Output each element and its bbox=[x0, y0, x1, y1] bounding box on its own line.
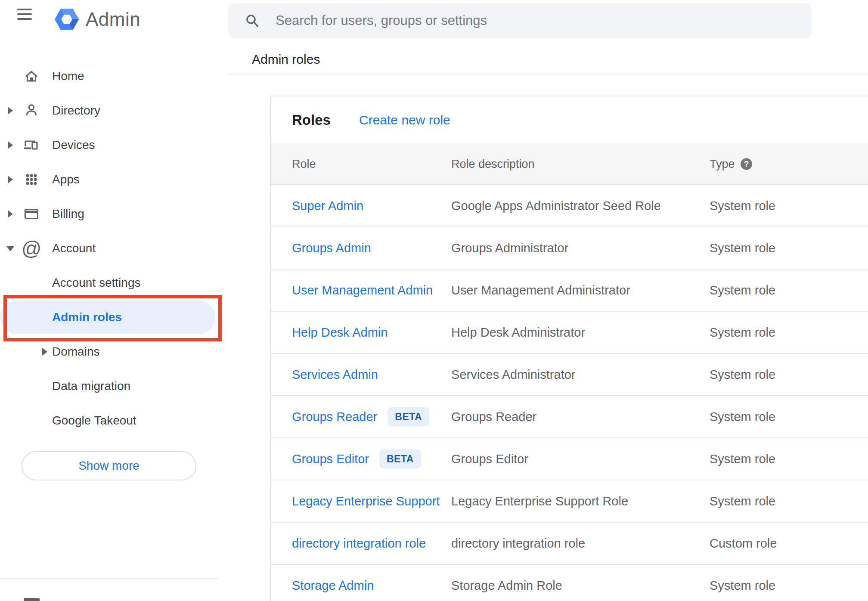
role-type: System role bbox=[710, 494, 775, 508]
role-description: Groups Reader bbox=[451, 410, 536, 424]
sidebar-item-label: Account bbox=[52, 242, 96, 255]
roles-panel-header: Roles Create new role bbox=[271, 96, 868, 143]
role-link[interactable]: Groups Admin bbox=[292, 241, 371, 255]
role-type: System role bbox=[710, 199, 775, 213]
home-icon bbox=[22, 67, 40, 85]
show-more-button[interactable]: Show more bbox=[22, 451, 196, 480]
content-divider bbox=[228, 74, 868, 74]
role-link[interactable]: Help Desk Admin bbox=[292, 325, 388, 340]
hamburger-menu-icon[interactable] bbox=[17, 9, 32, 21]
beta-badge: BETA bbox=[379, 449, 421, 469]
sidebar-item-apps[interactable]: Apps bbox=[0, 162, 220, 197]
table-row: Legacy Enterprise Support Legacy Enterpr… bbox=[271, 480, 868, 523]
role-link[interactable]: Legacy Enterprise Support bbox=[292, 494, 440, 508]
role-type: Custom role bbox=[710, 536, 777, 551]
role-type: System role bbox=[710, 241, 775, 255]
role-description: Legacy Enterprise Support Role bbox=[451, 494, 628, 508]
sidebar-item-domains[interactable]: Domains bbox=[0, 335, 220, 369]
sidebar-item-label: Account settings bbox=[52, 276, 140, 290]
sidebar-item-account-settings[interactable]: Account settings bbox=[0, 266, 220, 300]
create-new-role-link[interactable]: Create new role bbox=[359, 113, 450, 127]
sidebar-item-google-takeout[interactable]: Google Takeout bbox=[0, 403, 220, 438]
table-row: Storage Admin Storage Admin Role System … bbox=[271, 565, 868, 601]
expand-chevron-icon[interactable] bbox=[42, 348, 47, 356]
role-link[interactable]: directory integration role bbox=[292, 536, 426, 551]
sidebar-item-label: Apps bbox=[52, 173, 80, 186]
sidebar-item-label: Data migration bbox=[52, 379, 130, 393]
table-row: User Management Admin User Management Ad… bbox=[271, 270, 868, 312]
role-type: System role bbox=[710, 368, 775, 382]
table-row: Groups Admin Groups Administrator System… bbox=[271, 227, 868, 270]
logo-text: Admin bbox=[86, 9, 140, 30]
expand-chevron-icon[interactable] bbox=[8, 210, 13, 218]
collapse-chevron-icon[interactable] bbox=[6, 246, 14, 251]
person-icon bbox=[22, 102, 40, 120]
role-type: System role bbox=[710, 410, 775, 424]
role-description: Storage Admin Role bbox=[451, 579, 562, 593]
admin-console-page: Admin Home Directory bbox=[0, 0, 868, 601]
role-description: User Management Administrator bbox=[451, 283, 630, 297]
devices-icon bbox=[22, 136, 40, 154]
search-input[interactable] bbox=[276, 13, 799, 28]
sidebar-item-devices[interactable]: Devices bbox=[0, 128, 220, 162]
at-sign-icon: @ bbox=[22, 239, 40, 257]
table-row: Services Admin Services Administrator Sy… bbox=[271, 354, 868, 396]
table-row: Super Admin Google Apps Administrator Se… bbox=[271, 185, 868, 227]
table-row: directory integration role directory int… bbox=[271, 523, 868, 565]
sidebar-item-billing[interactable]: Billing bbox=[0, 197, 220, 231]
sidebar-item-label: Google Takeout bbox=[52, 414, 136, 428]
role-link[interactable]: Groups Editor bbox=[292, 452, 369, 466]
apps-grid-icon bbox=[22, 170, 40, 189]
role-link[interactable]: Super Admin bbox=[292, 199, 363, 213]
table-row: Groups Editor BETA Groups Editor System … bbox=[271, 438, 868, 480]
sidebar-item-account[interactable]: @ Account bbox=[0, 231, 220, 266]
credit-card-icon bbox=[22, 205, 40, 223]
role-description: Google Apps Administrator Seed Role bbox=[451, 199, 661, 213]
role-type: System role bbox=[710, 579, 775, 593]
role-type: System role bbox=[710, 283, 775, 297]
sidebar-item-label: Devices bbox=[52, 138, 95, 152]
column-header-type: Type bbox=[710, 157, 735, 170]
sidebar-item-label: Admin roles bbox=[52, 310, 122, 324]
table-header-row: Role Role description Type ? bbox=[271, 143, 868, 185]
role-link[interactable]: Groups Reader bbox=[292, 410, 377, 424]
sidebar-bottom-divider bbox=[0, 578, 218, 579]
column-header-role: Role bbox=[292, 157, 316, 170]
sidebar-item-directory[interactable]: Directory bbox=[0, 93, 220, 128]
expand-chevron-icon[interactable] bbox=[8, 107, 13, 115]
role-link[interactable]: Services Admin bbox=[292, 368, 378, 382]
breadcrumb: Admin roles bbox=[252, 52, 320, 67]
sidebar-item-label: Billing bbox=[52, 207, 84, 221]
role-type: System role bbox=[710, 452, 775, 466]
role-link[interactable]: User Management Admin bbox=[292, 283, 433, 297]
sidebar-item-label: Domains bbox=[52, 345, 99, 359]
admin-logo: Admin bbox=[55, 7, 140, 32]
expand-chevron-icon[interactable] bbox=[8, 176, 13, 183]
panel-title: Roles bbox=[292, 112, 331, 128]
sidebar-item-admin-roles[interactable]: Admin roles bbox=[0, 300, 220, 335]
column-header-description: Role description bbox=[451, 157, 535, 170]
role-type: System role bbox=[710, 325, 775, 340]
partially-visible-icon bbox=[24, 598, 40, 601]
help-icon[interactable]: ? bbox=[741, 158, 752, 170]
search-bar[interactable] bbox=[228, 3, 812, 38]
role-description: Services Administrator bbox=[451, 368, 576, 382]
role-description: Groups Editor bbox=[451, 452, 528, 466]
sidebar-item-label: Home bbox=[52, 69, 84, 83]
sidebar-item-label: Directory bbox=[52, 104, 100, 118]
table-row: Help Desk Admin Help Desk Administrator … bbox=[271, 312, 868, 354]
role-description: directory integration role bbox=[451, 536, 585, 551]
role-description: Help Desk Administrator bbox=[451, 325, 585, 340]
search-icon bbox=[245, 13, 260, 28]
sidebar-item-home[interactable]: Home bbox=[0, 59, 220, 93]
table-row: Groups Reader BETA Groups Reader System … bbox=[271, 396, 868, 438]
sidebar-item-data-migration[interactable]: Data migration bbox=[0, 369, 220, 403]
role-link[interactable]: Storage Admin bbox=[292, 579, 374, 593]
role-description: Groups Administrator bbox=[451, 241, 568, 255]
roles-panel: Roles Create new role Role Role descript… bbox=[270, 96, 868, 601]
expand-chevron-icon[interactable] bbox=[8, 141, 13, 149]
beta-badge: BETA bbox=[388, 407, 429, 427]
admin-hexagon-logo-icon bbox=[55, 7, 79, 31]
